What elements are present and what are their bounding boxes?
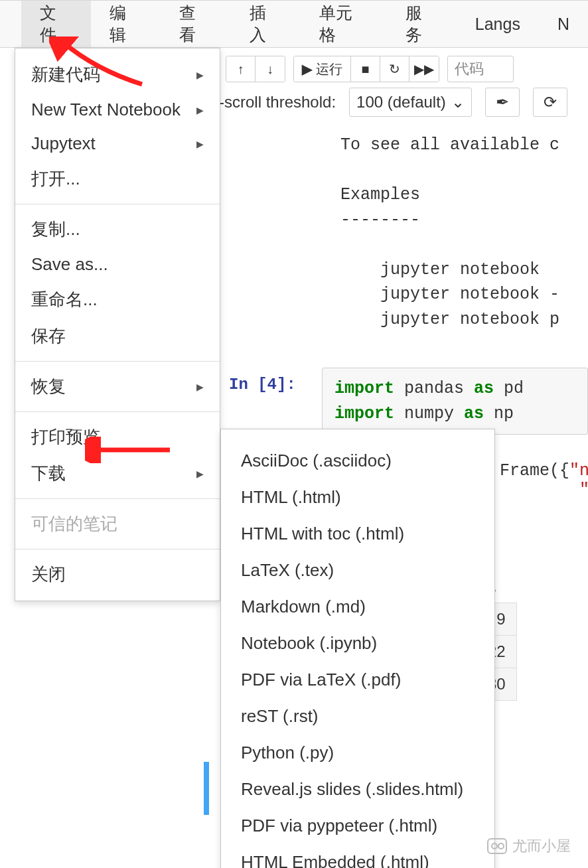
download-latex[interactable]: LaTeX (.tex) — [221, 552, 494, 589]
download-python[interactable]: Python (.py) — [221, 735, 494, 771]
interrupt-button[interactable]: ■ — [351, 56, 380, 82]
run-group: ▶ 运行 ■ ↻ ▶▶ — [293, 56, 439, 82]
watermark-text: 尤而小屋 — [512, 836, 571, 856]
menu-file[interactable]: 文件 — [21, 1, 91, 47]
cell-type-select[interactable]: 代码 — [447, 56, 514, 82]
download-notebook[interactable]: Notebook (.ipynb) — [221, 625, 494, 662]
download-html-embedded[interactable]: HTML Embedded (.html) — [221, 844, 494, 868]
move-down-button[interactable]: ↓ — [256, 56, 285, 82]
download-pdf-pyppeteer[interactable]: PDF via pyppeteer (.html) — [221, 808, 494, 844]
watermark: 尤而小屋 — [487, 836, 571, 856]
download-asciidoc[interactable]: AsciiDoc (.asciidoc) — [221, 443, 494, 479]
menu-revert[interactable]: 恢复 — [15, 368, 220, 405]
arrow-down-icon: ↓ — [267, 62, 273, 77]
menu-rename[interactable]: 重命名... — [15, 281, 220, 318]
menu-cell[interactable]: 单元格 — [301, 1, 387, 47]
brush-button[interactable]: ✒ — [485, 88, 520, 117]
stop-icon: ■ — [361, 62, 369, 77]
menu-new-text-notebook[interactable]: New Text Notebook — [15, 93, 220, 127]
menu-save-as[interactable]: Save as... — [15, 248, 220, 281]
download-reveal[interactable]: Reveal.js slides (.slides.html) — [221, 771, 494, 808]
arrow-up-icon: ↑ — [238, 62, 244, 77]
brush-icon: ✒ — [496, 93, 509, 111]
menu-langs[interactable]: Langs — [457, 1, 539, 47]
menu-edit[interactable]: 编辑 — [91, 1, 161, 47]
menu-save[interactable]: 保存 — [15, 318, 220, 354]
menu-more[interactable]: N — [539, 1, 588, 47]
menu-close[interactable]: 关闭 — [15, 556, 220, 593]
run-label: 运行 — [316, 60, 342, 78]
chevron-down-icon: ⌄ — [451, 93, 465, 111]
file-dropdown: 新建代码 New Text Notebook Jupytext 打开... 复制… — [15, 48, 220, 601]
menu-print-preview[interactable]: 打印预览 — [15, 419, 220, 455]
download-submenu: AsciiDoc (.asciidoc) HTML (.html) HTML w… — [220, 429, 495, 868]
threshold-label: -scroll threshold: — [219, 93, 336, 111]
download-markdown[interactable]: Markdown (.md) — [221, 589, 494, 625]
menu-open[interactable]: 打开... — [15, 161, 220, 197]
code-input[interactable]: import pandas as pd import numpy as np — [322, 368, 588, 435]
menu-download[interactable]: 下载 — [15, 455, 220, 492]
download-html[interactable]: HTML (.html) — [221, 479, 494, 516]
menu-new-code[interactable]: 新建代码 — [15, 56, 220, 93]
cell-selection-indicator — [204, 762, 209, 815]
move-up-button[interactable]: ↑ — [226, 56, 256, 82]
help-output: To see all available c Examples --------… — [340, 133, 588, 332]
code-fragment: Frame({"n "a — [500, 461, 588, 500]
download-html-toc[interactable]: HTML with toc (.html) — [221, 516, 494, 552]
download-pdf-latex[interactable]: PDF via LaTeX (.pdf) — [221, 662, 494, 698]
menubar: 文件 编辑 查看 插入 单元格 服务 Langs N — [0, 0, 588, 48]
restart-run-all-button[interactable]: ▶▶ — [409, 56, 439, 82]
move-cell-group: ↑ ↓ — [226, 56, 285, 82]
refresh-icon: ⟳ — [544, 93, 557, 111]
restart-icon: ↻ — [389, 61, 400, 77]
run-button[interactable]: ▶ 运行 — [294, 56, 351, 82]
wechat-icon — [487, 838, 507, 854]
fast-forward-icon: ▶▶ — [414, 61, 434, 77]
menu-view[interactable]: 查看 — [161, 1, 230, 47]
threshold-value: 100 (default) — [356, 93, 446, 111]
threshold-select[interactable]: 100 (default) ⌄ — [349, 88, 472, 117]
restart-button[interactable]: ↻ — [380, 56, 409, 82]
menu-trusted-notebook: 可信的笔记 — [15, 506, 220, 542]
input-prompt: In [4]: — [229, 368, 322, 394]
run-icon: ▶ — [302, 61, 312, 77]
refresh-button[interactable]: ⟳ — [533, 88, 567, 117]
download-rest[interactable]: reST (.rst) — [221, 698, 494, 735]
menu-copy[interactable]: 复制... — [15, 211, 220, 248]
menu-jupytext[interactable]: Jupytext — [15, 127, 220, 161]
menu-kernel[interactable]: 服务 — [387, 1, 457, 47]
menu-insert[interactable]: 插入 — [231, 1, 301, 47]
